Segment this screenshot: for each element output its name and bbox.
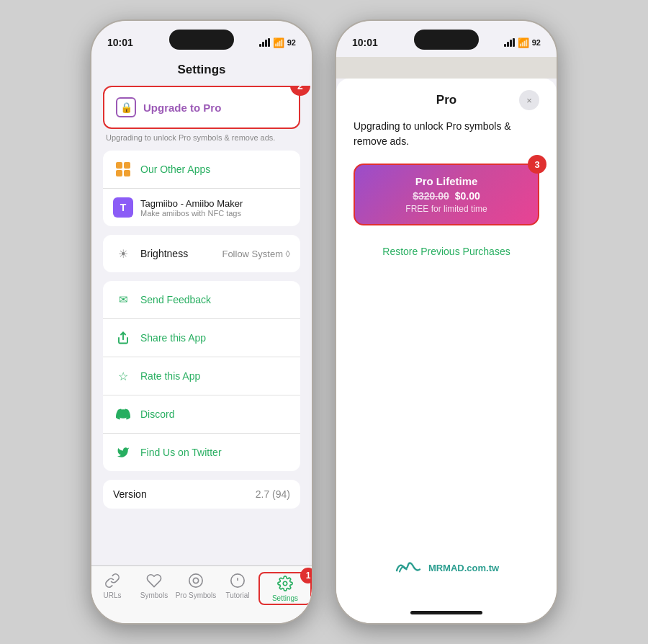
- version-value: 2.7 (94): [256, 488, 290, 500]
- tagmiibo-text: Tagmiibo - Amiibo Maker Make amiibos wit…: [140, 198, 243, 218]
- settings-scroll: 🔒 Upgrade to Pro Upgrading to unlock Pro…: [91, 86, 312, 565]
- dynamic-island-right: [414, 30, 479, 50]
- brightness-row[interactable]: ☀ Brightness Follow System ◊: [103, 235, 300, 272]
- version-label: Version: [113, 488, 248, 500]
- modal-footer: MRMAD.com.tw: [354, 559, 539, 591]
- background-screen-peek: [336, 57, 557, 79]
- mrmad-logo-icon: [394, 559, 423, 576]
- svg-point-1: [189, 574, 202, 587]
- version-row: Version 2.7 (94): [103, 480, 300, 509]
- twitter-icon: [113, 442, 133, 462]
- restore-purchases-button[interactable]: Restore Previous Purchases: [354, 240, 539, 263]
- rate-icon: ☆: [113, 366, 133, 386]
- right-phone: 10:01 📶 92 Pro ×: [335, 19, 558, 625]
- tagmiibo-row[interactable]: T Tagmiibo - Amiibo Maker Make amiibos w…: [103, 189, 300, 226]
- brightness-label: Brightness: [140, 248, 215, 259]
- time-right: 10:01: [352, 37, 378, 48]
- discord-icon: [113, 404, 133, 424]
- tab-tutorial-label: Tutorial: [226, 591, 250, 599]
- status-icons-left: 📶 92: [259, 37, 296, 48]
- tab-tutorial-icon: [229, 572, 246, 589]
- tab-urls[interactable]: URLs: [91, 572, 133, 599]
- modal-close-button[interactable]: ×: [519, 90, 539, 110]
- pro-old-price: $320.00: [413, 190, 449, 202]
- tab-pro-symbols[interactable]: Pro Symbols: [175, 572, 217, 599]
- pro-lifetime-button[interactable]: Pro Lifetime $320.00 $0.00 FREE for limi…: [354, 164, 539, 225]
- feedback-icon: ✉: [113, 290, 133, 310]
- settings-screen: Settings 🔒 Upgrade to Pro Upgrading to u…: [91, 57, 312, 623]
- discord-label: Discord: [140, 408, 290, 420]
- home-indicator-right: [336, 605, 557, 623]
- send-feedback-row[interactable]: ✉ Send Feedback: [103, 281, 300, 319]
- dynamic-island: [169, 30, 234, 50]
- brightness-group: ☀ Brightness Follow System ◊: [103, 235, 300, 272]
- pro-btn-price: $320.00 $0.00: [369, 190, 523, 202]
- battery-right: 92: [532, 38, 541, 47]
- upgrade-label: Upgrade to Pro: [143, 102, 221, 114]
- svg-point-2: [193, 578, 198, 583]
- share-app-row[interactable]: Share this App: [103, 319, 300, 357]
- pro-new-price: $0.00: [455, 190, 480, 202]
- tab-bar: URLs Symbols: [91, 565, 312, 623]
- pro-btn-title: Pro Lifetime: [369, 175, 523, 187]
- battery-left: 92: [287, 38, 296, 47]
- tab-symbols-icon: [145, 572, 163, 589]
- left-phone: 10:01 📶 92 Settings: [90, 19, 313, 625]
- signal-icon-right: [504, 38, 515, 47]
- feedback-label: Send Feedback: [140, 294, 290, 305]
- pro-button-wrapper: Pro Lifetime $320.00 $0.00 FREE for limi…: [354, 164, 539, 240]
- share-label: Share this App: [140, 332, 290, 344]
- tab-urls-icon: [104, 572, 121, 589]
- signal-icon: [259, 38, 270, 47]
- tab-tutorial[interactable]: Tutorial: [217, 572, 258, 599]
- twitter-label: Find Us on Twitter: [140, 447, 290, 458]
- badge-1: 1: [300, 568, 312, 583]
- modal-title: Pro: [436, 93, 456, 107]
- upgrade-card[interactable]: 🔒 Upgrade to Pro: [103, 86, 300, 129]
- modal-description: Upgrading to unlock Pro symbols & remove…: [354, 119, 539, 149]
- wifi-icon-right: 📶: [518, 37, 529, 48]
- svg-point-6: [283, 581, 287, 586]
- time-left: 10:01: [107, 37, 133, 48]
- discord-row[interactable]: Discord: [103, 395, 300, 434]
- tab-settings-icon: [276, 575, 294, 592]
- mrmad-logo: MRMAD.com.tw: [394, 559, 499, 576]
- page-title: Settings: [91, 57, 312, 86]
- tagmiibo-label: Tagmiibo - Amiibo Maker: [140, 198, 243, 209]
- twitter-row[interactable]: Find Us on Twitter: [103, 434, 300, 471]
- tagmiibo-icon: T: [113, 197, 133, 218]
- status-icons-right: 📶 92: [504, 37, 541, 48]
- tab-settings[interactable]: Settings 1: [258, 572, 312, 605]
- tab-symbols-label: Symbols: [140, 591, 168, 599]
- upgrade-section: 🔒 Upgrade to Pro Upgrading to unlock Pro…: [103, 86, 300, 148]
- wifi-icon: 📶: [273, 37, 284, 48]
- other-apps-label: Our Other Apps: [140, 164, 290, 175]
- home-bar: [410, 611, 482, 614]
- pro-modal: Pro × Upgrading to unlock Pro symbols & …: [336, 79, 557, 605]
- grid-icon: [113, 159, 133, 179]
- brightness-icon: ☀: [113, 243, 133, 264]
- share-icon: [113, 328, 133, 348]
- upgrade-subtitle: Upgrading to unlock Pro symbols & remove…: [103, 132, 300, 148]
- tab-symbols[interactable]: Symbols: [133, 572, 175, 599]
- upgrade-text-block: Upgrade to Pro: [143, 102, 221, 114]
- other-apps-group: Our Other Apps T Tagmiibo - Amiibo Maker…: [103, 151, 300, 226]
- menu-group: ✉ Send Feedback Share this App: [103, 281, 300, 471]
- badge-3: 3: [528, 155, 546, 174]
- rate-app-row[interactable]: ☆ Rate this App: [103, 357, 300, 395]
- modal-header: Pro ×: [354, 93, 539, 107]
- pro-lock-icon: 🔒: [116, 97, 136, 117]
- rate-label: Rate this App: [140, 370, 290, 382]
- mrmad-text: MRMAD.com.tw: [428, 563, 499, 573]
- version-group: Version 2.7 (94): [103, 480, 300, 509]
- other-apps-row[interactable]: Our Other Apps: [103, 151, 300, 189]
- tab-urls-label: URLs: [103, 591, 121, 599]
- pro-btn-free: FREE for limited time: [369, 204, 523, 214]
- tab-settings-label: Settings: [272, 594, 298, 602]
- tagmiibo-sublabel: Make amiibos with NFC tags: [140, 209, 243, 218]
- brightness-value: Follow System ◊: [222, 249, 290, 259]
- tab-pro-symbols-icon: [187, 572, 204, 589]
- tab-pro-symbols-label: Pro Symbols: [176, 591, 217, 599]
